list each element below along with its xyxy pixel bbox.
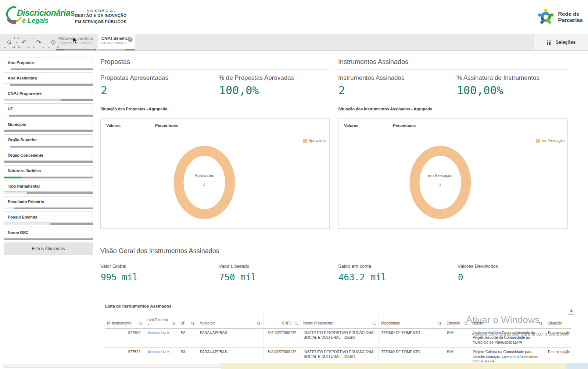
sidebar-item-tipo-parlamentar[interactable]: Tipo Parlamentar [4, 181, 93, 194]
filter-scrollbar [4, 130, 93, 132]
brand-line1: Rede de [558, 11, 583, 17]
cell-uf: PA [178, 348, 197, 362]
undo-arrow-icon: ↶ [21, 39, 26, 46]
donut-ring[interactable] [406, 146, 474, 219]
chip-close-icon[interactable]: ✕ [128, 37, 133, 42]
app-header: Discricionárias e Legais MINISTÉRIO DA G… [0, 0, 588, 34]
selection-chip-natureza-juridica[interactable]: Natureza Jurídica Organização Socieda... [56, 34, 96, 50]
filtros-adicionais-button[interactable]: Filtros Adicionais [4, 242, 93, 255]
dashboard-root: Discricionárias e Legais MINISTÉRIO DA G… [0, 0, 588, 369]
selections-tool-button[interactable]: Seleções [534, 34, 588, 50]
sidebar-item-ano-proposta[interactable]: Ano Proposta [4, 57, 93, 70]
tab-valores[interactable]: Valores [344, 119, 358, 132]
col-header-emenda[interactable]: Emenda [444, 314, 470, 328]
sidebar-item-resultado-primario[interactable]: Resultado Primário [4, 196, 93, 209]
acesso-livre-link[interactable]: Acesso Livre [148, 331, 169, 335]
col-header-uf[interactable]: UF [178, 314, 197, 328]
header-divider [69, 6, 69, 27]
kpi-label-valores-devolvidos: Valores Devolvidos [458, 263, 498, 269]
sidebar-item-orgao-superior[interactable]: Órgão Superior [4, 134, 93, 148]
search-icon[interactable] [191, 322, 195, 326]
sidebar-item-ano-assinatura[interactable]: Ano Assinatura [4, 72, 93, 86]
cell-emenda: SIM [444, 348, 470, 362]
horizontal-scrollbar-thumb[interactable] [3, 364, 220, 368]
kpi-value-valor-global: 995 mil [101, 272, 138, 283]
kpi-label-pct-propostas-aprovadas: % de Propostas Aprovadas [219, 74, 294, 82]
bottom-strip-highlight [221, 363, 566, 369]
cell-situacao: Em execução [545, 329, 571, 347]
search-caret-dot [16, 42, 17, 43]
cell-n-instrumento: 977522 [105, 348, 145, 362]
legend-item-aprovadas[interactable]: Aprovadas [303, 139, 326, 143]
step-forward-button[interactable]: ↷ [33, 37, 44, 48]
search-icon [7, 40, 11, 45]
table-title: Lista de Instrumentos Assinados [105, 304, 171, 308]
cell-nome-proponente: INSTITUTO DESPORTIVO EDUCACIONAL SOCIAL … [301, 329, 379, 347]
kpi-value-pct-assinatura: 100,00% [457, 84, 503, 97]
col-header-n-instrumento[interactable]: Nº Instrumento [105, 314, 145, 328]
filter-scrollbar [4, 207, 93, 209]
filter-scrollbar [4, 161, 93, 163]
search-icon[interactable] [172, 322, 176, 326]
chart-tabs: Valores Percentuais [338, 119, 567, 132]
col-header-modalidade[interactable]: Modalidade [379, 314, 444, 328]
tab-percentuais[interactable]: Percentuais [155, 119, 178, 132]
col-header-nome-proponente[interactable]: Nome Proponente [301, 314, 379, 328]
propostas-donut-card: Valores Percentuais Aprovadas Aprovadas … [100, 118, 330, 229]
acesso-livre-link[interactable]: Acesso Livre [148, 350, 169, 354]
search-icon[interactable] [139, 322, 143, 326]
cell-uf: PA [178, 329, 197, 347]
search-icon[interactable] [372, 322, 376, 326]
kpi-value-valor-liberado: 750 mil [219, 272, 256, 283]
selection-chip-cnpj-beneficiario[interactable]: CNPJ Benefici... 84140227000122 ✕ [98, 34, 135, 50]
sort-asc-icon: ▲ [147, 323, 168, 326]
search-icon[interactable] [294, 322, 298, 326]
ministry-line1: MINISTÉRIO DA [73, 8, 129, 13]
visao-geral-title: Visão Geral dos Instrumentos Assinados [100, 247, 219, 255]
instrumentos-donut-chart: em Execução em Execução 2 [338, 132, 567, 228]
col-header-situacao[interactable]: Situação [545, 314, 571, 328]
sidebar-item-orgao-concedente[interactable]: Órgão Concedente [4, 150, 93, 163]
section-divider [100, 70, 330, 70]
step-back-button[interactable]: ↶ [18, 37, 29, 48]
selection-bar: ↶ ↷ Natureza Jurídica Organização Socied… [0, 34, 588, 51]
search-icon[interactable] [438, 322, 442, 326]
tab-valores[interactable]: Valores [106, 119, 121, 132]
cell-n-instrumento: 977809 [105, 329, 145, 347]
filter-scrollbar [4, 115, 93, 117]
chip-title: CNPJ Benefici... [101, 36, 132, 40]
search-icon[interactable] [257, 322, 261, 326]
cell-modalidade: TERMO DE FOMENTO [379, 329, 444, 347]
col-header-cnpj[interactable]: CNPJ [263, 314, 301, 328]
legend-item-em-execucao[interactable]: em Execução [536, 139, 564, 143]
chip-title: Natureza Jurídica [59, 36, 93, 40]
sidebar-item-possui-emenda[interactable]: Possui Emenda [4, 212, 93, 225]
filter-sidebar: Ano Proposta Ano Assinatura CNPJ Propone… [4, 57, 93, 255]
propostas-chart-title: Situação das Propostas - Agrupada [100, 107, 167, 111]
sidebar-item-natureza-juridica[interactable]: Natureza Jurídica [4, 165, 93, 178]
tab-percentuais[interactable]: Percentuais [393, 119, 416, 132]
brand-text: Rede de Parcerias [558, 11, 583, 24]
cell-objeto: Projeto Cultura na Comunidade para atend… [470, 348, 545, 362]
sidebar-item-nome-osc[interactable]: Nome OSC [4, 227, 93, 240]
instrumentos-section-title: Instrumentos Assinados [338, 58, 408, 66]
people-star-icon [537, 7, 555, 27]
section-divider [100, 258, 568, 258]
table-row: 977522 Acesso Livre PA PARAUAPEBAS 84140… [105, 348, 571, 362]
kpi-value-pct-propostas-aprovadas: 100,0% [219, 84, 259, 97]
smart-search-button[interactable] [4, 37, 15, 48]
col-header-link-externo[interactable]: Link Externo▲ [145, 314, 178, 328]
brand-line2: Parcerias [558, 17, 583, 23]
sidebar-item-municipio[interactable]: Município [4, 119, 93, 132]
filter-scrollbar [4, 238, 93, 240]
search-icon[interactable] [463, 322, 467, 326]
col-header-objeto[interactable]: Objeto [470, 314, 545, 328]
donut-ring[interactable] [171, 146, 238, 219]
table-row: 977809 Acesso Livre PA PARAUAPEBAS 84140… [105, 329, 571, 348]
search-icon[interactable] [539, 322, 543, 326]
sidebar-item-cnpj-proponente[interactable]: CNPJ Proponente [4, 88, 93, 101]
section-divider [338, 70, 568, 70]
sidebar-item-uf[interactable]: UF [4, 103, 93, 117]
col-header-municipio[interactable]: Município [197, 314, 263, 328]
kpi-value-propostas-apresentadas: 2 [101, 84, 107, 97]
